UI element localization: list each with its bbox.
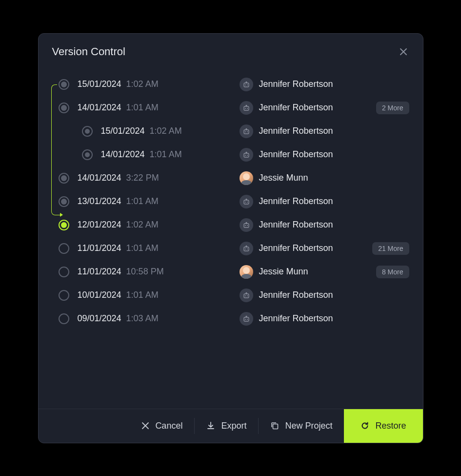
version-time: 1:01 AM: [126, 103, 159, 113]
new-project-button[interactable]: New Project: [259, 409, 344, 443]
version-time: 1:01 AM: [126, 243, 159, 253]
version-time: 3:22 PM: [126, 173, 159, 183]
version-row[interactable]: 14/01/20241:01 AMJennifer Robertson: [49, 143, 409, 166]
marker-dot: [61, 222, 67, 228]
svg-point-22: [245, 295, 246, 296]
version-marker[interactable]: [59, 267, 69, 277]
version-marker[interactable]: [59, 220, 69, 230]
cancel-button[interactable]: Cancel: [130, 409, 194, 443]
version-row[interactable]: 12/01/20241:02 AMJennifer Robertson: [49, 213, 409, 237]
export-label: Export: [221, 421, 246, 431]
svg-point-14: [247, 202, 248, 203]
marker-dot: [61, 175, 67, 181]
more-badge[interactable]: 8 More: [376, 266, 409, 278]
version-marker[interactable]: [82, 126, 93, 137]
download-icon: [206, 421, 215, 430]
bot-icon: [240, 78, 253, 91]
author-column: Jennifer Robertson: [240, 195, 333, 208]
version-date: 12/01/2024: [78, 220, 121, 230]
version-date: 11/01/2024: [78, 243, 121, 253]
svg-rect-6: [244, 130, 249, 134]
author-column: Jessie Munn: [240, 171, 308, 185]
close-icon: [399, 47, 408, 56]
bot-icon: [240, 218, 253, 232]
version-row[interactable]: 09/01/20241:03 AMJennifer Robertson: [49, 307, 409, 331]
version-marker[interactable]: [59, 103, 69, 113]
version-row[interactable]: 13/01/20241:01 AMJennifer Robertson: [49, 190, 409, 213]
author-name: Jennifer Robertson: [259, 103, 333, 113]
restore-button[interactable]: Restore: [344, 409, 422, 443]
version-row[interactable]: 10/01/20241:01 AMJennifer Robertson: [49, 284, 409, 307]
svg-rect-9: [244, 153, 249, 157]
version-date: 14/01/2024: [101, 149, 145, 160]
author-column: Jennifer Robertson: [240, 148, 333, 162]
marker-column: [57, 196, 71, 207]
svg-rect-0: [244, 83, 249, 87]
svg-point-2: [247, 84, 248, 85]
version-marker[interactable]: [82, 149, 93, 160]
version-row[interactable]: 14/01/20243:22 PMJessie Munn: [49, 166, 409, 190]
version-marker[interactable]: [59, 243, 69, 254]
version-marker[interactable]: [59, 313, 69, 324]
version-row[interactable]: 11/01/202410:58 PMJessie Munn8 More: [49, 260, 409, 284]
cancel-label: Cancel: [155, 421, 182, 431]
marker-dot: [61, 82, 67, 87]
bot-icon: [240, 124, 253, 138]
author-name: Jennifer Robertson: [259, 149, 333, 160]
version-time: 1:01 AM: [126, 196, 159, 207]
version-marker[interactable]: [59, 79, 69, 90]
author-name: Jennifer Robertson: [259, 313, 333, 324]
author-column: Jennifer Robertson: [240, 101, 333, 115]
version-row[interactable]: 14/01/20241:01 AMJennifer Robertson2 Mor…: [49, 96, 409, 120]
svg-point-23: [247, 295, 248, 296]
author-column: Jennifer Robertson: [240, 312, 333, 326]
version-row[interactable]: 15/01/20241:02 AMJennifer Robertson: [49, 120, 409, 143]
version-date: 14/01/2024: [78, 173, 121, 183]
svg-point-16: [245, 225, 246, 226]
author-name: Jennifer Robertson: [259, 290, 333, 300]
more-badge[interactable]: 2 More: [376, 102, 409, 114]
version-marker[interactable]: [59, 290, 69, 301]
svg-rect-15: [244, 224, 249, 228]
author-name: Jennifer Robertson: [259, 220, 333, 230]
version-marker[interactable]: [59, 196, 69, 207]
restore-label: Restore: [375, 421, 406, 431]
bot-icon: [240, 289, 253, 302]
version-marker[interactable]: [59, 173, 69, 184]
marker-column: [57, 243, 71, 254]
svg-point-13: [245, 202, 246, 203]
svg-rect-3: [244, 106, 249, 110]
svg-point-8: [247, 131, 248, 132]
marker-dot: [61, 199, 67, 205]
close-button[interactable]: [398, 46, 409, 58]
svg-point-11: [247, 155, 248, 156]
version-time: 1:01 AM: [126, 290, 159, 300]
version-list: 15/01/20241:02 AMJennifer Robertson14/01…: [39, 63, 423, 409]
version-time: 1:03 AM: [126, 313, 159, 324]
author-name: Jennifer Robertson: [259, 126, 333, 136]
author-name: Jennifer Robertson: [259, 243, 333, 253]
version-row[interactable]: 15/01/20241:02 AMJennifer Robertson: [49, 73, 409, 96]
svg-point-1: [245, 84, 246, 85]
marker-column: [57, 220, 71, 230]
marker-column: [80, 126, 94, 137]
marker-column: [57, 173, 71, 184]
svg-point-5: [247, 108, 248, 109]
bot-icon: [240, 195, 253, 208]
version-row[interactable]: 11/01/20241:01 AMJennifer Robertson21 Mo…: [49, 237, 409, 260]
marker-dot: [85, 129, 90, 134]
marker-dot: [61, 105, 67, 111]
author-name: Jessie Munn: [259, 173, 308, 183]
export-button[interactable]: Export: [195, 409, 258, 443]
version-time: 1:02 AM: [150, 126, 182, 136]
author-name: Jennifer Robertson: [259, 79, 333, 89]
more-badge[interactable]: 21 More: [372, 242, 409, 255]
dialog-header: Version Control: [39, 34, 423, 63]
version-time: 10:58 PM: [126, 267, 164, 277]
version-date: 11/01/2024: [78, 267, 121, 277]
marker-column: [57, 79, 71, 90]
copy-icon: [270, 421, 279, 430]
avatar: [240, 265, 253, 279]
dialog-footer: Cancel Export New Project Restore: [39, 409, 423, 443]
svg-rect-18: [244, 247, 249, 251]
